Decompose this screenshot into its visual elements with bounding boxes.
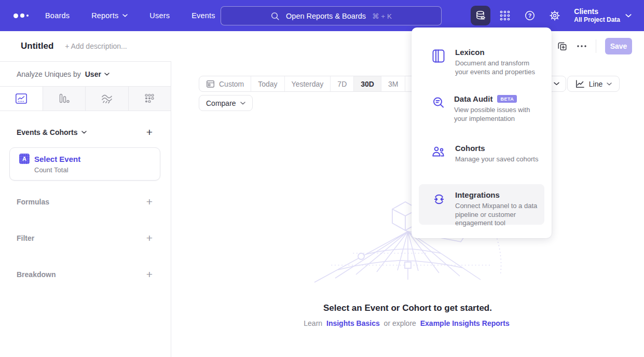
database-gear-icon [474,9,487,22]
project-scope: All Project Data [574,16,620,24]
date-range-label: Today [258,80,277,88]
menu-item-data-audit[interactable]: Data Audit BETA View possible issues wit… [419,88,544,128]
help-button[interactable]: ? [524,10,536,21]
nav-item-reports[interactable]: Reports [91,11,128,20]
chart-type-dropdown[interactable]: Line [567,76,620,92]
cohorts-icon [431,144,447,164]
filter-section: Filter + [0,234,171,242]
report-title[interactable]: Untitled [21,41,53,51]
nav-links: Boards Reports Users Events [45,11,215,20]
menu-item-cohorts[interactable]: Cohorts Manage your saved cohorts [419,138,544,169]
date-range-7d[interactable]: 7D [330,76,353,91]
select-event-label: Select Event [34,155,80,163]
menu-item-description: Document and transform your events and p… [455,59,539,76]
analyze-row: Analyze Uniques by User [0,62,171,86]
settings-button[interactable] [549,10,560,21]
visualization-tabs [0,86,171,111]
line-chart-icon [575,79,585,89]
date-range-label: 7D [337,80,347,88]
duplicate-button[interactable] [557,41,568,52]
analyze-label: Analyze Uniques by [17,70,81,78]
save-button[interactable]: Save [605,38,632,54]
add-event-button[interactable]: + [146,128,153,136]
search-shortcut: ⌘ + K [372,12,392,20]
apps-grid-button[interactable] [499,10,511,21]
breakdown-label: Breakdown [17,270,56,279]
date-range-control: Custom Today Yesterday 7D 30D 3M 6M [199,76,430,92]
add-description-field[interactable]: + Add description... [65,42,127,50]
add-breakdown-button[interactable]: + [146,270,153,279]
date-range-today[interactable]: Today [251,76,284,91]
more-options-button[interactable] [577,45,587,48]
count-total-label[interactable]: Count Total [34,166,160,174]
metrics-tab-icon [143,93,156,104]
add-filter-button[interactable]: + [146,234,153,242]
chart-type-label: Line [589,80,602,88]
nav-item-users[interactable]: Users [149,11,170,20]
analyze-by-dropdown[interactable]: User [85,70,109,78]
analyze-by-value: User [85,70,101,78]
gear-icon [549,10,560,21]
breakdown-section: Breakdown + [0,270,171,279]
help-icon: ? [524,10,536,21]
events-cohorts-label: Events & Cohorts [17,128,77,136]
menu-item-title: Lexicon [455,48,485,57]
insights-basics-link[interactable]: Insights Basics [326,319,380,327]
date-range-3m[interactable]: 3M [381,76,405,91]
add-formula-button[interactable]: + [146,198,153,206]
tab-insights-line[interactable] [0,87,43,111]
project-name: Clients [574,7,620,16]
data-audit-icon [431,94,446,123]
nav-item-label: Events [191,11,215,20]
chevron-down-icon [554,82,559,86]
events-cohorts-section: Events & Cohorts + [0,128,171,136]
menu-item-integrations[interactable]: Integrations Connect Mixpanel to a data … [419,184,544,225]
select-event-card[interactable]: A Select Event Count Total [9,147,160,181]
search-placeholder: Open Reports & Boards [286,12,366,20]
empty-state: Select an Event or Cohort to get started… [171,184,644,327]
empty-state-links: Learn Insights Basics or explore Example… [171,319,644,327]
data-management-button[interactable] [471,6,490,25]
nav-item-boards[interactable]: Boards [45,11,70,20]
project-selector[interactable]: Clients All Project Data [574,7,620,24]
query-sidebar: Analyze Uniques by User [0,61,171,357]
date-range-label: 30D [361,80,374,88]
divider [596,39,596,53]
date-range-yesterday[interactable]: Yesterday [284,76,331,91]
menu-item-lexicon[interactable]: Lexicon Document and transform your even… [419,42,544,81]
menu-item-description: View possible issues with your implement… [454,106,539,123]
date-range-30d[interactable]: 30D [353,76,381,91]
tab-bar-chart[interactable] [43,87,86,111]
formulas-section: Formulas + [0,198,171,206]
logo-dot [20,13,24,18]
menu-item-title: Cohorts [455,144,485,153]
learn-prefix: Learn [304,319,322,327]
date-range-label: Yesterday [292,80,324,88]
tab-metrics[interactable] [128,87,171,111]
mixpanel-logo[interactable] [0,13,29,18]
or-explore-text: or explore [384,319,416,327]
date-range-label: 3M [388,80,398,88]
top-nav: Boards Reports Users Events Open Reports… [0,0,644,31]
example-reports-link[interactable]: Example Insights Reports [420,319,510,327]
bar-chart-tab-icon [58,93,70,104]
flows-tab-icon [101,93,113,104]
date-range-custom[interactable]: Custom [199,76,251,91]
menu-item-description: Connect Mixpanel to a data pipeline or c… [455,202,539,228]
nav-item-events[interactable]: Events [191,11,215,20]
menu-item-title: Integrations [455,190,500,199]
nav-item-label: Users [149,11,170,20]
formulas-label: Formulas [17,198,49,206]
event-letter-badge: A [19,154,30,164]
chevron-down-icon[interactable] [625,14,632,18]
menu-item-title: Data Audit [454,94,492,103]
global-search-button[interactable]: Open Reports & Boards ⌘ + K [221,6,442,25]
events-cohorts-header[interactable]: Events & Cohorts [17,128,87,136]
chevron-down-icon [240,102,245,105]
integrations-icon [431,190,447,219]
chevron-down-icon [122,14,128,17]
tab-flows[interactable] [85,87,128,111]
compare-button[interactable]: Compare [199,95,253,111]
date-range-label: Custom [219,80,244,88]
nav-item-label: Boards [45,11,70,20]
